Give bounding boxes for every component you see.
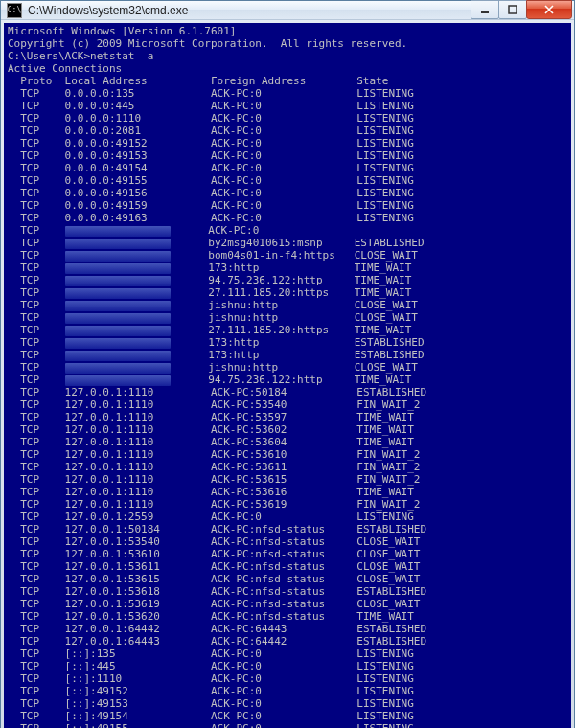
svg-rect-0 [481,11,489,13]
connection-row: TCP 27.111.185.20:https TIME_WAIT [8,324,567,336]
redacted-address [65,363,171,374]
connection-row: TCP [::]:49155 ACK-PC:0 LISTENING [8,722,567,728]
minimize-icon [480,5,490,14]
connection-row: TCP [::]:445 ACK-PC:0 LISTENING [8,660,567,672]
connection-row: TCP jishnu:http CLOSE_WAIT [8,361,567,374]
redacted-address [65,338,171,349]
maximize-button[interactable] [498,0,527,19]
connection-row: TCP 127.0.0.1:53540 ACK-PC:nfsd-status C… [8,535,567,548]
connection-row: TCP [::]:1110 ACK-PC:0 LISTENING [8,672,567,685]
connection-row: TCP 0.0.0.0:49152 ACK-PC:0 LISTENING [8,137,567,149]
connection-row: TCP 127.0.0.1:1110 ACK-PC:50184 ESTABLIS… [8,386,567,398]
cmd-icon: C:\ [7,3,22,18]
connection-row: TCP [::]:49153 ACK-PC:0 LISTENING [8,697,567,710]
connection-row: TCP 173:http ESTABLISHED [8,336,567,349]
console-output[interactable]: Microsoft Windows [Version 6.1.7601]Copy… [4,23,571,728]
connection-row: TCP 0.0.0.0:135 ACK-PC:0 LISTENING [8,87,567,100]
redacted-address [65,251,171,262]
connection-row: TCP 127.0.0.1:2559 ACK-PC:0 LISTENING [8,511,567,523]
connection-row: TCP ACK-PC:0 [8,224,567,237]
connection-row: TCP 127.0.0.1:64442 ACK-PC:64443 ESTABLI… [8,623,567,635]
connection-row: TCP 127.0.0.1:64443 ACK-PC:64442 ESTABLI… [8,635,567,648]
redacted-address [65,276,171,286]
connection-row: TCP 127.0.0.1:1110 ACK-PC:53616 TIME_WAI… [8,486,567,498]
connection-row: TCP 0.0.0.0:2081 ACK-PC:0 LISTENING [8,125,567,137]
redacted-address [65,301,171,311]
connection-row: TCP 0.0.0.0:49163 ACK-PC:0 LISTENING [8,212,567,224]
connection-row: TCP by2msg4010615:msnp ESTABLISHED [8,237,567,249]
connection-row: TCP bom04s01-in-f4:https CLOSE_WAIT [8,249,567,262]
connection-row: TCP 127.0.0.1:53618 ACK-PC:nfsd-status E… [8,585,567,598]
close-icon [544,5,554,14]
connection-row: TCP [::]:135 ACK-PC:0 LISTENING [8,648,567,660]
connection-row: TCP 0.0.0.0:445 ACK-PC:0 LISTENING [8,100,567,112]
connection-row: TCP 127.0.0.1:53611 ACK-PC:nfsd-status C… [8,560,567,573]
minimize-button[interactable] [471,0,499,19]
window-title: C:\Windows\system32\cmd.exe [28,4,472,17]
connection-row: TCP 0.0.0.0:49153 ACK-PC:0 LISTENING [8,149,567,162]
redacted-address [65,313,171,324]
redacted-address [65,375,171,386]
redacted-address [65,288,171,299]
connection-row: TCP 127.0.0.1:1110 ACK-PC:53610 FIN_WAIT… [8,448,567,461]
connection-row: TCP [::]:49154 ACK-PC:0 LISTENING [8,710,567,722]
connection-row: TCP 0.0.0.0:49159 ACK-PC:0 LISTENING [8,199,567,212]
connection-row: TCP 127.0.0.1:53619 ACK-PC:nfsd-status C… [8,598,567,610]
connection-row: TCP 127.0.0.1:53615 ACK-PC:nfsd-status C… [8,573,567,585]
connection-row: TCP 127.0.0.1:53610 ACK-PC:nfsd-status C… [8,548,567,560]
connection-row: TCP 127.0.0.1:53620 ACK-PC:nfsd-status T… [8,610,567,623]
window-controls [472,1,572,19]
connection-row: TCP 0.0.0.0:49155 ACK-PC:0 LISTENING [8,174,567,187]
connection-row: TCP 127.0.0.1:1110 ACK-PC:53540 FIN_WAIT… [8,398,567,411]
connection-row: TCP 94.75.236.122:http TIME_WAIT [8,274,567,286]
connection-row: TCP 127.0.0.1:1110 ACK-PC:53619 FIN_WAIT… [8,498,567,511]
connection-row: TCP 94.75.236.122:http TIME_WAIT [8,374,567,386]
cmd-window: C:\ C:\Windows\system32\cmd.exe Microsof… [0,0,575,728]
connection-row: TCP 0.0.0.0:49156 ACK-PC:0 LISTENING [8,187,567,199]
connection-row: TCP 127.0.0.1:50184 ACK-PC:nfsd-status E… [8,523,567,535]
redacted-address [65,351,171,361]
connection-row: TCP 127.0.0.1:1110 ACK-PC:53604 TIME_WAI… [8,436,567,448]
connection-row: TCP 127.0.0.1:1110 ACK-PC:53615 FIN_WAIT… [8,473,567,486]
redacted-address [65,239,171,249]
svg-rect-1 [509,6,517,13]
connection-row: TCP 0.0.0.0:1110 ACK-PC:0 LISTENING [8,112,567,125]
connection-row: TCP jishnu:http CLOSE_WAIT [8,311,567,324]
connection-row: TCP 127.0.0.1:1110 ACK-PC:53597 TIME_WAI… [8,411,567,423]
connection-row: TCP 127.0.0.1:1110 ACK-PC:53602 TIME_WAI… [8,423,567,436]
connection-row: TCP 173:http TIME_WAIT [8,262,567,274]
redacted-address [65,326,171,336]
connection-row: TCP 173:http ESTABLISHED [8,349,567,361]
connection-row: TCP 127.0.0.1:1110 ACK-PC:53611 FIN_WAIT… [8,461,567,473]
titlebar[interactable]: C:\ C:\Windows\system32\cmd.exe [1,1,574,20]
close-button[interactable] [526,0,572,19]
connection-row: TCP [::]:49152 ACK-PC:0 LISTENING [8,685,567,697]
maximize-icon [508,5,518,14]
redacted-address [65,263,171,274]
redacted-address [65,226,171,237]
connection-row: TCP 0.0.0.0:49154 ACK-PC:0 LISTENING [8,162,567,174]
connection-row: TCP jishnu:http CLOSE_WAIT [8,299,567,311]
console-frame: Microsoft Windows [Version 6.1.7601]Copy… [1,20,574,728]
connection-row: TCP 27.111.185.20:https TIME_WAIT [8,286,567,299]
